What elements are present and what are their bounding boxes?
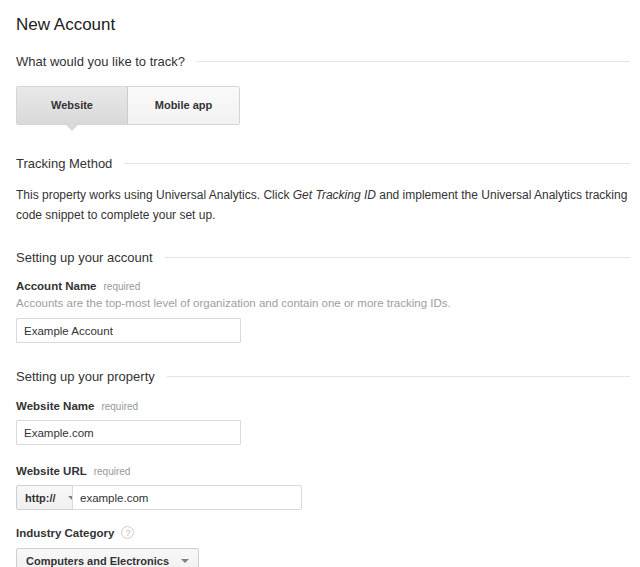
- get-tracking-id-emphasis: Get Tracking ID: [293, 188, 376, 202]
- account-name-help-text: Accounts are the top-most level of organ…: [16, 297, 630, 309]
- website-url-row: http://: [16, 485, 630, 510]
- account-name-required-badge: required: [104, 280, 141, 292]
- website-url-label: Website URL required: [16, 465, 630, 477]
- account-section-heading: Setting up your account: [16, 250, 630, 265]
- caret-down-icon: [181, 559, 189, 563]
- divider: [167, 376, 630, 377]
- tracking-method-heading: Tracking Method: [16, 156, 630, 171]
- website-url-required-badge: required: [94, 465, 131, 477]
- tab-website[interactable]: Website: [17, 87, 128, 124]
- website-name-label: Website Name required: [16, 400, 630, 412]
- website-name-input[interactable]: [16, 420, 241, 445]
- url-protocol-value: http://: [25, 492, 56, 504]
- track-heading-text: What would you like to track?: [16, 54, 185, 69]
- help-question-icon[interactable]: ?: [121, 526, 134, 539]
- industry-category-value: Computers and Electronics: [26, 555, 169, 567]
- divider: [165, 257, 630, 258]
- tab-mobile-app[interactable]: Mobile app: [128, 87, 239, 124]
- new-account-page: New Account What would you like to track…: [0, 0, 640, 567]
- track-type-tab-group: Website Mobile app: [16, 86, 240, 125]
- industry-category-dropdown[interactable]: Computers and Electronics: [16, 548, 199, 567]
- tracking-method-description: This property works using Universal Anal…: [16, 185, 630, 225]
- industry-category-label: Industry Category ?: [16, 526, 630, 539]
- property-section-heading: Setting up your property: [16, 369, 630, 384]
- website-name-label-text: Website Name: [16, 400, 94, 412]
- account-name-label-text: Account Name: [16, 280, 97, 292]
- description-text-before: This property works using Universal Anal…: [16, 188, 293, 202]
- account-name-input[interactable]: [16, 318, 241, 343]
- url-protocol-dropdown[interactable]: http://: [16, 485, 73, 510]
- account-section-heading-text: Setting up your account: [16, 250, 153, 265]
- website-name-required-badge: required: [101, 400, 138, 412]
- tracking-method-heading-text: Tracking Method: [16, 156, 112, 171]
- track-section-heading: What would you like to track?: [16, 54, 630, 69]
- website-url-label-text: Website URL: [16, 465, 87, 477]
- divider: [124, 163, 630, 164]
- account-name-label: Account Name required: [16, 280, 630, 292]
- divider: [197, 61, 630, 62]
- industry-category-label-text: Industry Category: [16, 527, 114, 539]
- property-section-heading-text: Setting up your property: [16, 369, 155, 384]
- page-title: New Account: [16, 15, 630, 35]
- website-url-input[interactable]: [72, 485, 302, 510]
